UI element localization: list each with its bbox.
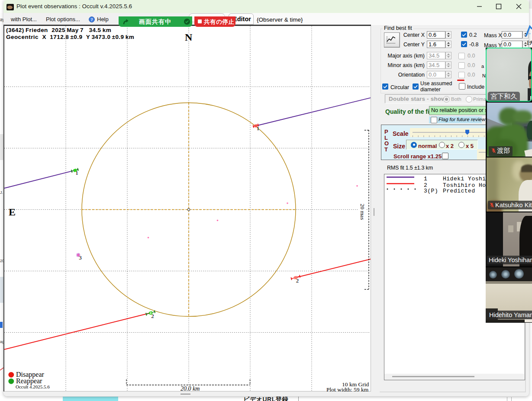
svg-text:1: 1 <box>257 125 259 132</box>
svg-text:1: 1 <box>76 170 78 176</box>
svg-text:3: 3 <box>79 255 82 261</box>
svg-text:2: 2 <box>296 278 299 284</box>
svg-text:?: ? <box>91 17 93 22</box>
svg-text:2: 2 <box>152 313 154 319</box>
